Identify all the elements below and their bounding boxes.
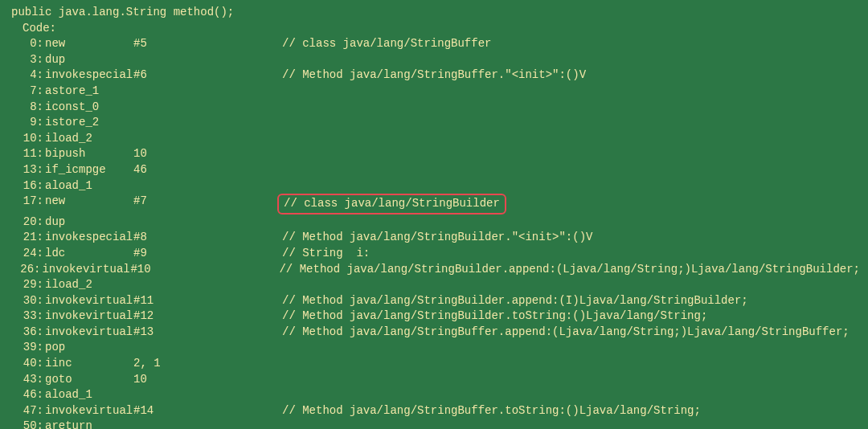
bytecode-opcode: new — [45, 36, 133, 52]
bytecode-offset: 39: — [8, 340, 45, 356]
bytecode-comment: // Method java/lang/StringBuilder.append… — [282, 293, 748, 309]
bytecode-opcode: invokevirtual — [45, 308, 133, 325]
bytecode-operand — [133, 178, 282, 194]
bytecode-opcode: invokevirtual — [45, 325, 133, 341]
bytecode-operand: #7 — [133, 194, 282, 214]
bytecode-opcode: if_icmpge — [45, 162, 133, 178]
bytecode-operand: 46 — [133, 162, 282, 178]
bytecode-operand: #10 — [130, 262, 279, 278]
bytecode-comment: // Method java/lang/StringBuilder.append… — [279, 262, 860, 278]
bytecode-line: 30: invokevirtual#11// Method java/lang/… — [8, 293, 860, 309]
bytecode-operand: #8 — [133, 230, 282, 246]
bytecode-line: 24: ldc#9// String i: — [8, 246, 860, 262]
bytecode-offset: 26: — [8, 262, 42, 278]
bytecode-comment: // Method java/lang/StringBuilder."<init… — [282, 230, 592, 246]
bytecode-operand — [133, 131, 282, 147]
bytecode-operand: #9 — [133, 246, 282, 262]
bytecode-offset: 21: — [8, 230, 45, 246]
bytecode-offset: 11: — [8, 146, 45, 162]
bytecode-operand — [133, 340, 282, 356]
bytecode-line: 20: dup — [8, 214, 860, 231]
bytecode-offset: 13: — [8, 162, 45, 178]
bytecode-line: 8: iconst_0 — [8, 100, 860, 116]
bytecode-operand — [133, 84, 282, 100]
bytecode-offset: 30: — [8, 293, 45, 309]
bytecode-line: 10: iload_2 — [8, 131, 860, 147]
bytecode-listing: 0: new#5// class java/lang/StringBuffer3… — [8, 36, 860, 429]
bytecode-line: 13: if_icmpge46 — [8, 162, 860, 178]
bytecode-line: 43: goto10 — [8, 372, 860, 388]
bytecode-operand: 10 — [133, 146, 282, 162]
bytecode-opcode: astore_1 — [45, 84, 133, 100]
bytecode-offset: 9: — [8, 115, 45, 131]
bytecode-comment: // Method java/lang/StringBuilder.toStri… — [282, 308, 707, 325]
bytecode-opcode: invokevirtual — [42, 262, 130, 278]
bytecode-operand: #12 — [133, 308, 282, 325]
bytecode-offset: 33: — [8, 308, 45, 325]
bytecode-opcode: ldc — [45, 246, 133, 262]
bytecode-operand: #11 — [133, 293, 282, 309]
bytecode-operand — [133, 387, 282, 403]
bytecode-offset: 40: — [8, 356, 45, 372]
bytecode-opcode: aload_1 — [45, 178, 133, 194]
bytecode-line: 47: invokevirtual#14// Method java/lang/… — [8, 403, 860, 419]
bytecode-operand — [133, 52, 282, 68]
bytecode-comment: // class java/lang/StringBuilder — [284, 196, 500, 212]
bytecode-operand — [133, 277, 282, 293]
bytecode-offset: 16: — [8, 178, 45, 194]
bytecode-line: 39: pop — [8, 340, 860, 356]
bytecode-opcode: iload_2 — [45, 131, 133, 147]
bytecode-opcode: invokevirtual — [45, 293, 133, 309]
bytecode-opcode: aload_1 — [45, 387, 133, 403]
bytecode-operand — [133, 419, 282, 429]
bytecode-operand: #13 — [133, 325, 282, 341]
bytecode-comment: // Method java/lang/StringBuffer.append:… — [282, 325, 850, 341]
bytecode-offset: 43: — [8, 372, 45, 388]
bytecode-line: 16: aload_1 — [8, 178, 860, 194]
bytecode-line: 21: invokespecial#8// Method java/lang/S… — [8, 230, 860, 246]
bytecode-opcode: iinc — [45, 356, 133, 372]
bytecode-opcode: pop — [45, 340, 133, 356]
bytecode-operand — [133, 115, 282, 131]
bytecode-opcode: istore_2 — [45, 115, 133, 131]
highlighted-comment: // class java/lang/StringBuilder — [277, 194, 506, 214]
bytecode-offset: 36: — [8, 325, 45, 341]
bytecode-operand: #6 — [133, 67, 282, 84]
bytecode-line: 0: new#5// class java/lang/StringBuffer — [8, 36, 860, 52]
bytecode-offset: 10: — [8, 131, 45, 147]
bytecode-opcode: bipush — [45, 146, 133, 162]
bytecode-offset: 20: — [8, 214, 45, 231]
bytecode-offset: 8: — [8, 100, 45, 116]
bytecode-offset: 17: — [8, 194, 45, 214]
bytecode-operand: #14 — [133, 403, 282, 419]
bytecode-operand — [133, 100, 282, 116]
bytecode-operand: 10 — [133, 372, 282, 388]
bytecode-line: 9: istore_2 — [8, 115, 860, 131]
bytecode-operand — [133, 214, 282, 231]
bytecode-offset: 46: — [8, 387, 45, 403]
bytecode-opcode: areturn — [45, 419, 133, 429]
bytecode-line: 40: iinc2, 1 — [8, 356, 860, 372]
bytecode-opcode: dup — [45, 52, 133, 68]
bytecode-opcode: goto — [45, 372, 133, 388]
bytecode-line: 3: dup — [8, 52, 860, 68]
bytecode-offset: 4: — [8, 67, 45, 84]
bytecode-line: 33: invokevirtual#12// Method java/lang/… — [8, 308, 860, 325]
bytecode-comment: // Method java/lang/StringBuffer.toStrin… — [282, 403, 701, 419]
bytecode-opcode: iload_2 — [45, 277, 133, 293]
bytecode-offset: 3: — [8, 52, 45, 68]
bytecode-offset: 50: — [8, 419, 45, 429]
bytecode-comment: // Method java/lang/StringBuffer."<init>… — [282, 67, 586, 84]
bytecode-opcode: invokespecial — [45, 67, 133, 84]
bytecode-line: 17: new#7// class java/lang/StringBuilde… — [8, 194, 860, 214]
bytecode-line: 7: astore_1 — [8, 84, 860, 100]
bytecode-line: 50: areturn — [8, 419, 860, 429]
bytecode-line: 46: aload_1 — [8, 387, 860, 403]
code-label: Code: — [8, 21, 860, 37]
bytecode-comment: // String i: — [282, 246, 370, 262]
bytecode-line: 11: bipush10 — [8, 146, 860, 162]
bytecode-line: 4: invokespecial#6// Method java/lang/St… — [8, 67, 860, 84]
bytecode-opcode: new — [45, 194, 133, 214]
bytecode-opcode: iconst_0 — [45, 100, 133, 116]
bytecode-offset: 47: — [8, 403, 45, 419]
